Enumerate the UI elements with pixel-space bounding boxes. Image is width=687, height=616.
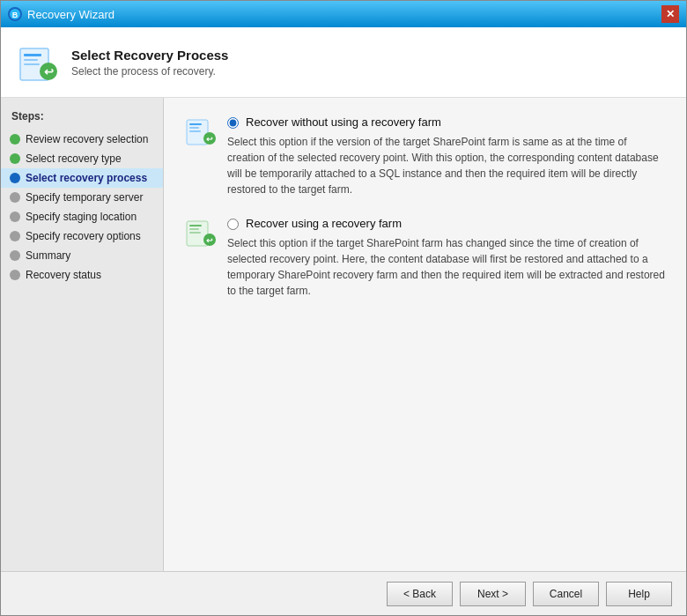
sidebar-label-recovery-options: Specify recovery options xyxy=(26,230,141,242)
svg-rect-17 xyxy=(189,232,201,234)
cancel-button[interactable]: Cancel xyxy=(533,582,599,606)
option-row-no-farm: ↩ Recover without using a recovery farm … xyxy=(185,115,665,197)
dot-recovery-options xyxy=(10,231,20,241)
svg-rect-16 xyxy=(189,228,199,230)
steps-label: Steps: xyxy=(1,110,163,130)
option-label-with-farm[interactable]: Recover using a recovery farm xyxy=(246,217,402,230)
option-desc-with-farm: Select this option if the target SharePo… xyxy=(227,235,665,299)
sidebar: Steps: Review recovery selection Select … xyxy=(1,98,164,571)
title-bar: B Recovery Wizard ✕ xyxy=(1,1,686,27)
svg-text:↩: ↩ xyxy=(44,65,54,78)
option-label-no-farm[interactable]: Recover without using a recovery farm xyxy=(246,115,441,129)
main-panel: ↩ Recover without using a recovery farm … xyxy=(164,98,686,571)
sidebar-label-staging: Specify staging location xyxy=(26,211,137,223)
sidebar-item-summary[interactable]: Summary xyxy=(1,246,163,265)
back-button[interactable]: < Back xyxy=(387,582,453,606)
title-bar-left: B Recovery Wizard xyxy=(8,7,114,21)
radio-no-farm[interactable] xyxy=(227,117,239,129)
svg-rect-10 xyxy=(189,127,199,129)
sidebar-label-review: Review recovery selection xyxy=(26,133,148,145)
header-icon: ↩ xyxy=(17,41,59,84)
dot-type xyxy=(10,153,20,164)
next-button[interactable]: Next > xyxy=(460,582,526,606)
app-icon: B xyxy=(8,7,22,21)
svg-rect-4 xyxy=(24,59,38,61)
window-title: Recovery Wizard xyxy=(27,8,114,21)
content-area: Steps: Review recovery selection Select … xyxy=(1,98,686,571)
dot-process xyxy=(10,173,20,183)
sidebar-item-select-recovery-process[interactable]: Select recovery process xyxy=(1,168,163,188)
radio-with-farm[interactable] xyxy=(227,219,239,230)
svg-rect-3 xyxy=(24,54,41,56)
sidebar-item-specify-recovery-options[interactable]: Specify recovery options xyxy=(1,226,163,246)
close-button[interactable]: ✕ xyxy=(661,5,679,23)
svg-rect-9 xyxy=(189,123,202,125)
svg-text:B: B xyxy=(12,11,18,19)
sidebar-item-specify-temporary-server[interactable]: Specify temporary server xyxy=(1,188,163,207)
sidebar-item-select-recovery-type[interactable]: Select recovery type xyxy=(1,149,163,168)
page-subtitle: Select the process of recovery. xyxy=(71,65,228,78)
svg-rect-5 xyxy=(24,63,40,65)
sidebar-label-process: Select recovery process xyxy=(26,172,147,184)
recovery-wizard-window: B Recovery Wizard ✕ ↩ Select Recovery Pr… xyxy=(0,0,687,616)
option-row-with-farm: ↩ Recover using a recovery farm Select t… xyxy=(185,217,665,299)
help-button[interactable]: Help xyxy=(606,582,672,606)
option-content-no-farm: Recover without using a recovery farm Se… xyxy=(227,115,665,197)
dot-summary xyxy=(10,250,20,261)
option-label-row-no-farm: Recover without using a recovery farm xyxy=(227,115,665,129)
dot-recovery-status xyxy=(10,270,20,280)
option-desc-no-farm: Select this option if the version of the… xyxy=(227,134,665,197)
sidebar-label-summary: Summary xyxy=(26,249,70,262)
dot-staging xyxy=(10,212,20,222)
sidebar-label-recovery-status: Recovery status xyxy=(26,269,101,281)
option-icon-with-farm: ↩ xyxy=(185,217,217,249)
sidebar-item-specify-staging-location[interactable]: Specify staging location xyxy=(1,207,163,226)
svg-rect-11 xyxy=(189,130,201,132)
page-title: Select Recovery Process xyxy=(71,48,228,63)
svg-text:↩: ↩ xyxy=(206,135,213,144)
header-text: Select Recovery Process Select the proce… xyxy=(71,48,228,78)
sidebar-label-type: Select recovery type xyxy=(26,152,122,165)
option-label-row-with-farm: Recover using a recovery farm xyxy=(227,217,665,230)
option-content-with-farm: Recover using a recovery farm Select thi… xyxy=(227,217,665,299)
dot-review xyxy=(10,134,20,145)
svg-text:↩: ↩ xyxy=(206,236,213,245)
dot-temp-server xyxy=(10,192,20,203)
svg-rect-15 xyxy=(189,225,202,226)
option-icon-no-farm: ↩ xyxy=(185,115,217,147)
sidebar-item-review-recovery-selection[interactable]: Review recovery selection xyxy=(1,130,163,149)
sidebar-item-recovery-status[interactable]: Recovery status xyxy=(1,265,163,285)
sidebar-label-temp-server: Specify temporary server xyxy=(26,191,143,204)
page-header: ↩ Select Recovery Process Select the pro… xyxy=(1,27,686,98)
footer: < Back Next > Cancel Help xyxy=(1,571,686,615)
